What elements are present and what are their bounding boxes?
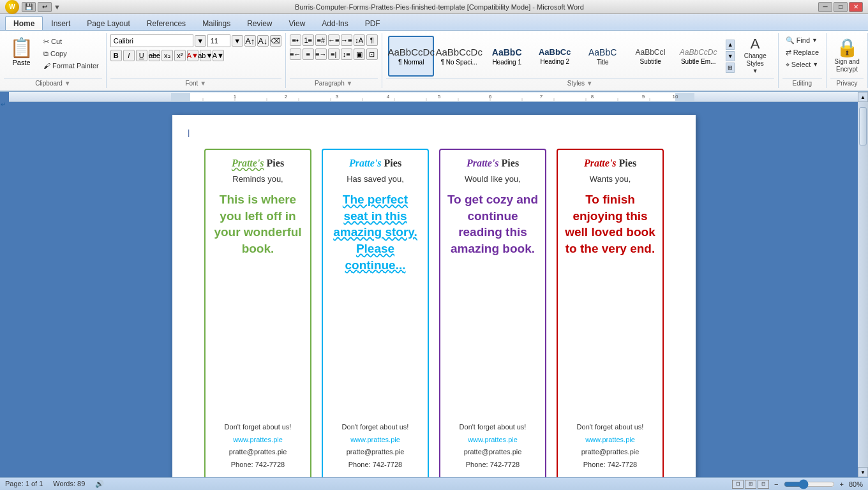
replace-button[interactable]: ⇄ Replace xyxy=(782,47,822,58)
quick-save-btn[interactable]: 💾 xyxy=(22,2,36,12)
privacy-label: Privacy xyxy=(830,78,864,88)
document-area[interactable]: | Pratte's Pies Reminds you, This is whe… xyxy=(0,102,868,477)
close-btn[interactable]: ✕ xyxy=(849,2,863,12)
quick-undo-btn[interactable]: ↩ xyxy=(38,2,52,12)
underline-btn[interactable]: U xyxy=(136,50,147,61)
decrease-indent-btn[interactable]: ←≡ xyxy=(328,34,340,46)
styles-scroll-down[interactable]: ▼ xyxy=(726,51,735,61)
bold-btn[interactable]: B xyxy=(110,50,122,61)
style-title-preview: AaBbC xyxy=(588,47,617,57)
card3-main-text: To get cozy and continue reading this am… xyxy=(447,191,539,413)
maximize-btn[interactable]: □ xyxy=(834,2,848,12)
paste-button[interactable]: 📋 Paste xyxy=(4,34,39,68)
change-styles-button[interactable]: A ChangeStyles ▼ xyxy=(738,34,772,75)
justify-btn[interactable]: ≡| xyxy=(328,48,340,60)
web-layout-btn[interactable]: ⊟ xyxy=(758,480,769,489)
sort-btn[interactable]: ↕A xyxy=(354,34,365,46)
title-bar: W 💾 ↩ ▼ Burris-Computer-Forms-Prattes-Pi… xyxy=(0,0,868,14)
list-row: ≡• 1≡ ≡# ←≡ →≡ ↕A ¶ xyxy=(290,34,378,46)
card4-forget: Don't forget about us! xyxy=(577,421,644,434)
card2-prattes: Pratte's xyxy=(349,158,382,168)
style-subtle-em[interactable]: AaBbCcDc Subtle Em... xyxy=(675,36,721,77)
style-heading1[interactable]: AaBbC Heading 1 xyxy=(484,36,530,77)
scroll-down-btn[interactable]: ▼ xyxy=(858,467,868,477)
find-button[interactable]: 🔍 Find ▼ xyxy=(782,34,821,46)
zoom-plus-btn[interactable]: + xyxy=(840,480,844,488)
cut-button[interactable]: ✂ Cut xyxy=(40,36,102,47)
font-label: Font ▼ xyxy=(110,78,281,88)
tab-insert[interactable]: Insert xyxy=(43,16,79,30)
zoom-minus-btn[interactable]: − xyxy=(774,480,778,488)
card3-subtitle: Would like you, xyxy=(465,174,521,184)
font-size-dropdown[interactable]: ▼ xyxy=(232,35,243,47)
print-layout-btn[interactable]: ⊡ xyxy=(732,480,744,489)
style-subtitle[interactable]: AaBbCcI Subtitle xyxy=(627,36,673,77)
font-format-row: B I U abc x₂ x² A▼ ab▼ A▼ xyxy=(110,50,224,61)
align-center-btn[interactable]: ≡ xyxy=(303,48,314,60)
scroll-up-btn[interactable]: ▲ xyxy=(858,92,868,102)
tab-pdf[interactable]: PDF xyxy=(357,16,389,30)
show-hide-btn[interactable]: ¶ xyxy=(366,34,378,46)
copy-button[interactable]: ⧉ Copy xyxy=(40,48,102,59)
format-painter-button[interactable]: 🖌 Format Painter xyxy=(40,60,102,71)
office-orb[interactable]: W xyxy=(5,0,19,14)
minimize-btn[interactable]: ─ xyxy=(818,2,832,12)
multilevel-btn[interactable]: ≡# xyxy=(315,34,327,46)
zoom-slider[interactable] xyxy=(784,482,835,487)
scroll-down-arrow[interactable]: ▼ xyxy=(858,467,868,477)
full-screen-btn[interactable]: ⊞ xyxy=(745,480,756,489)
card3-title: Pratte's Pies xyxy=(467,158,519,169)
italic-btn[interactable]: I xyxy=(123,50,135,61)
line-spacing-btn[interactable]: ↕≡ xyxy=(341,48,352,60)
style-h1-label: Heading 1 xyxy=(492,59,521,66)
style-heading2[interactable]: AaBbCc Heading 2 xyxy=(532,36,578,77)
style-no-spacing[interactable]: AaBbCcDc ¶ No Spaci... xyxy=(436,36,482,77)
card4-subtitle: Wants you, xyxy=(590,174,631,184)
tab-references[interactable]: References xyxy=(138,16,194,30)
tab-view[interactable]: View xyxy=(281,16,314,30)
tab-review[interactable]: Review xyxy=(239,16,280,30)
increase-font-btn[interactable]: A↑ xyxy=(244,35,256,47)
vertical-scrollbar[interactable]: ▲ ▼ xyxy=(858,92,868,477)
bullets-btn[interactable]: ≡• xyxy=(290,34,301,46)
align-right-btn[interactable]: ≡→ xyxy=(315,48,327,60)
strikethrough-btn[interactable]: abc xyxy=(149,50,160,61)
style-title[interactable]: AaBbC Title xyxy=(580,36,625,77)
tab-add-ins[interactable]: Add-Ins xyxy=(313,16,356,30)
page-indicator: Page: 1 of 1 xyxy=(5,480,43,488)
clear-format-btn[interactable]: ⌫ xyxy=(270,35,281,47)
align-left-btn[interactable]: ≡← xyxy=(290,48,301,60)
borders-btn[interactable]: ⊡ xyxy=(366,48,378,60)
tab-mailings[interactable]: Mailings xyxy=(194,16,239,30)
tab-page-layout[interactable]: Page Layout xyxy=(79,16,138,30)
highlight-btn[interactable]: ab▼ xyxy=(200,50,211,61)
card1-email: pratte@prattes.pie xyxy=(225,446,292,459)
card1-subtitle: Reminds you, xyxy=(232,174,283,184)
style-normal[interactable]: AaBbCcDc ¶ Normal xyxy=(388,36,434,77)
font-name-dropdown[interactable]: ▼ xyxy=(195,35,206,47)
select-label: Select xyxy=(791,61,811,68)
subscript-btn[interactable]: x₂ xyxy=(161,50,173,61)
decrease-font-btn[interactable]: A↓ xyxy=(257,35,269,47)
para-mark-btn[interactable]: ↵ xyxy=(1,101,6,108)
card2-subtitle: Has saved you, xyxy=(347,174,404,184)
styles-scroll-more[interactable]: ⊞ xyxy=(726,63,735,73)
superscript-btn[interactable]: x² xyxy=(174,50,186,61)
shading-btn[interactable]: ▣ xyxy=(354,48,365,60)
font-name-input[interactable] xyxy=(110,34,193,47)
styles-scroll-up[interactable]: ▲ xyxy=(726,40,735,50)
select-button[interactable]: ⌖ Select ▼ xyxy=(782,59,822,70)
scroll-thumb[interactable] xyxy=(859,107,867,145)
increase-indent-btn[interactable]: →≡ xyxy=(341,34,352,46)
card3-website: www.prattes.pie xyxy=(460,434,527,447)
tab-home[interactable]: Home xyxy=(5,16,43,30)
sign-encrypt-button[interactable]: 🔒 Sign andEncrypt xyxy=(830,34,864,75)
text-color-btn[interactable]: A▼ xyxy=(187,50,198,61)
view-buttons: ⊡ ⊞ ⊟ xyxy=(732,480,769,489)
copy-label: Copy xyxy=(50,50,67,57)
find-dropdown: ▼ xyxy=(812,37,818,43)
font-size-input[interactable] xyxy=(207,34,230,47)
font-color-2-btn[interactable]: A▼ xyxy=(213,50,224,61)
numbering-btn[interactable]: 1≡ xyxy=(303,34,314,46)
replace-label: Replace xyxy=(793,48,819,56)
